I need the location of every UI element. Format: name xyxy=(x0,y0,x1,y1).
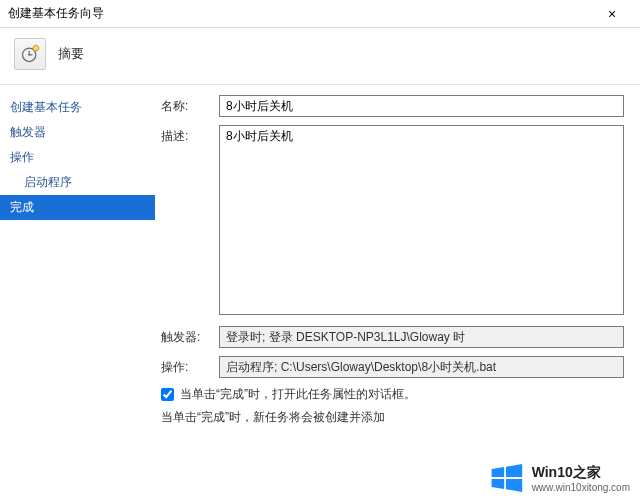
watermark: Win10之家 www.win10xitong.com xyxy=(486,458,632,498)
svg-marker-10 xyxy=(506,464,522,477)
trigger-label: 触发器: xyxy=(161,326,219,346)
summary-icon xyxy=(14,38,46,70)
name-label: 名称: xyxy=(161,95,219,115)
sidebar-item-label: 完成 xyxy=(10,200,34,214)
close-button[interactable]: × xyxy=(592,0,632,27)
sidebar-item-label: 启动程序 xyxy=(24,175,72,189)
summary-title: 摘要 xyxy=(58,45,84,63)
action-value: 启动程序; C:\Users\Gloway\Desktop\8小时关机.bat xyxy=(219,356,624,378)
title-bar: 创建基本任务向导 × xyxy=(0,0,640,28)
sidebar-item-start-program[interactable]: 启动程序 xyxy=(0,170,155,195)
name-input[interactable] xyxy=(219,95,624,117)
open-properties-label: 当单击“完成”时，打开此任务属性的对话框。 xyxy=(180,386,416,403)
watermark-brand: Win10之家 xyxy=(532,464,630,482)
svg-marker-11 xyxy=(491,479,504,489)
sidebar-item-label: 操作 xyxy=(10,150,34,164)
sidebar-item-label: 创建基本任务 xyxy=(10,100,82,114)
action-label: 操作: xyxy=(161,356,219,376)
open-properties-checkbox[interactable] xyxy=(161,388,174,401)
watermark-url: www.win10xitong.com xyxy=(532,482,630,493)
svg-point-4 xyxy=(33,45,39,51)
wizard-steps-sidebar: 创建基本任务 触发器 操作 启动程序 完成 xyxy=(0,85,155,501)
sidebar-item-action[interactable]: 操作 xyxy=(0,145,155,170)
windows-logo-icon xyxy=(488,460,524,496)
wizard-header: 摘要 xyxy=(0,28,640,85)
content-area: 名称: 描述: 触发器: 登录时; 登录 DESKTOP-NP3L1LJ\Glo… xyxy=(155,85,640,501)
finish-info-text: 当单击“完成”时，新任务将会被创建并添加 xyxy=(161,409,624,426)
sidebar-item-trigger[interactable]: 触发器 xyxy=(0,120,155,145)
description-textarea[interactable] xyxy=(219,125,624,315)
svg-marker-12 xyxy=(506,479,522,492)
trigger-value: 登录时; 登录 DESKTOP-NP3L1LJ\Gloway 时 xyxy=(219,326,624,348)
description-label: 描述: xyxy=(161,125,219,145)
svg-marker-9 xyxy=(491,467,504,477)
window-title: 创建基本任务向导 xyxy=(8,5,592,22)
sidebar-item-finish[interactable]: 完成 xyxy=(0,195,155,220)
sidebar-item-create-basic-task[interactable]: 创建基本任务 xyxy=(0,95,155,120)
sidebar-item-label: 触发器 xyxy=(10,125,46,139)
